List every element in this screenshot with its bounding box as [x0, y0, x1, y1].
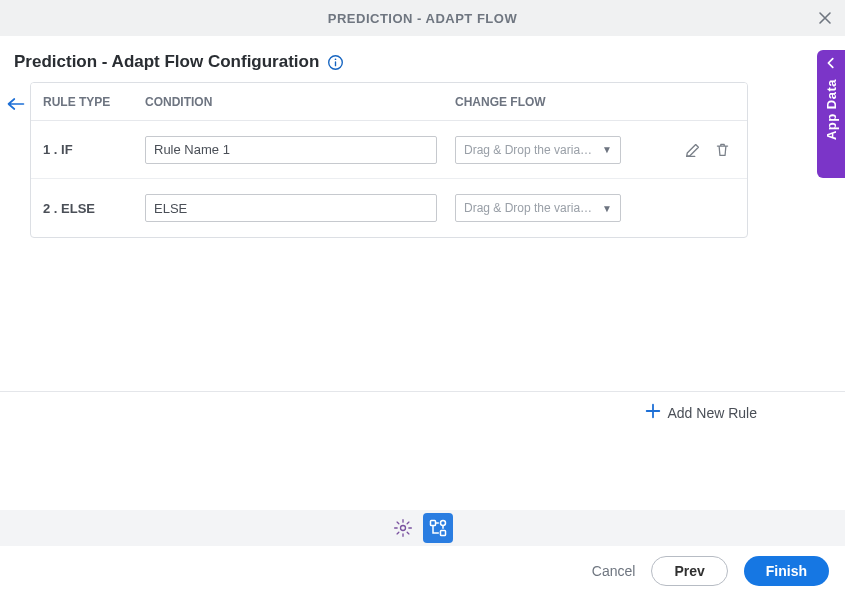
plus-icon	[644, 402, 662, 423]
svg-rect-4	[430, 521, 435, 526]
info-icon[interactable]	[327, 54, 344, 71]
chevron-left-icon	[824, 56, 838, 73]
col-header-condition: CONDITION	[145, 95, 455, 109]
add-rule-label: Add New Rule	[668, 405, 758, 421]
select-placeholder: Drag & Drop the varia…	[464, 143, 592, 157]
delete-icon[interactable]	[714, 141, 731, 159]
condition-input[interactable]	[145, 194, 437, 222]
page-title-row: Prediction - Adapt Flow Configuration	[0, 36, 845, 82]
flow-icon[interactable]	[423, 513, 453, 543]
col-header-rule-type: RULE TYPE	[43, 95, 145, 109]
back-arrow-icon[interactable]	[6, 96, 26, 115]
condition-input[interactable]	[145, 136, 437, 164]
app-data-side-tab[interactable]: App Data	[817, 50, 845, 178]
rule-label-else: 2 . ELSE	[43, 201, 145, 216]
table-row: 1 . IF Drag & Drop the varia… ▼	[31, 121, 747, 179]
chevron-down-icon: ▼	[602, 203, 612, 214]
add-rule-row: Add New Rule	[0, 392, 845, 423]
close-icon[interactable]	[817, 10, 833, 26]
table-row: 2 . ELSE Drag & Drop the varia… ▼	[31, 179, 747, 237]
rule-label-if: 1 . IF	[43, 142, 145, 157]
select-placeholder: Drag & Drop the varia…	[464, 201, 592, 215]
page-title: Prediction - Adapt Flow Configuration	[14, 52, 319, 72]
add-rule-button[interactable]: Add New Rule	[644, 402, 758, 423]
svg-rect-2	[335, 61, 336, 66]
svg-rect-5	[440, 531, 445, 536]
prev-button[interactable]: Prev	[651, 556, 727, 586]
rules-table: RULE TYPE CONDITION CHANGE FLOW 1 . IF D…	[30, 82, 748, 238]
modal-header: PREDICTION - ADAPT FLOW	[0, 0, 845, 36]
cancel-button[interactable]: Cancel	[592, 563, 636, 579]
edit-icon[interactable]	[684, 141, 702, 159]
footer-actions: Cancel Prev Finish	[0, 548, 845, 586]
finish-button[interactable]: Finish	[744, 556, 829, 586]
svg-point-3	[400, 526, 405, 531]
rules-panel: RULE TYPE CONDITION CHANGE FLOW 1 . IF D…	[0, 82, 845, 392]
chevron-down-icon: ▼	[602, 144, 612, 155]
rules-table-header: RULE TYPE CONDITION CHANGE FLOW	[31, 83, 747, 121]
svg-point-1	[335, 58, 337, 60]
change-flow-select[interactable]: Drag & Drop the varia… ▼	[455, 136, 621, 164]
svg-point-6	[440, 521, 445, 526]
col-header-change-flow: CHANGE FLOW	[455, 95, 655, 109]
modal-title: PREDICTION - ADAPT FLOW	[328, 11, 517, 26]
change-flow-select[interactable]: Drag & Drop the varia… ▼	[455, 194, 621, 222]
bottom-toolbar	[0, 510, 845, 546]
side-tab-label: App Data	[824, 79, 839, 140]
gear-icon[interactable]	[393, 518, 413, 538]
